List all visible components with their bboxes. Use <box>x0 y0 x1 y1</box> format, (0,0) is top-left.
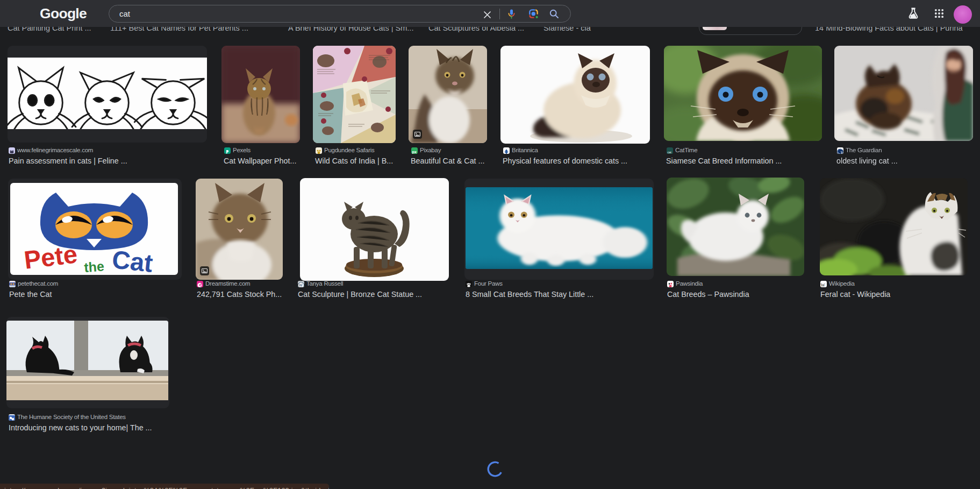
svg-text:W: W <box>820 282 825 287</box>
svg-text:cat: cat <box>667 151 671 154</box>
svg-text:px: px <box>412 150 417 154</box>
svg-text:W: W <box>299 283 303 287</box>
svg-text:Cat: Cat <box>111 245 154 275</box>
svg-text:the: the <box>83 258 104 275</box>
